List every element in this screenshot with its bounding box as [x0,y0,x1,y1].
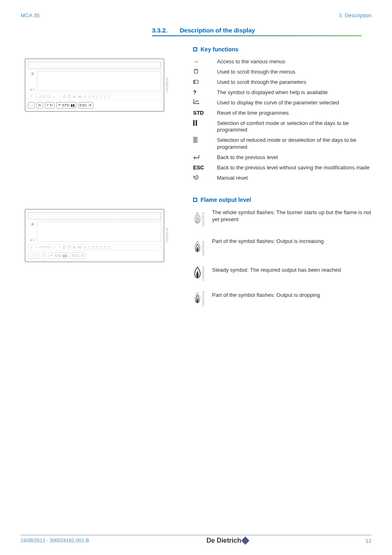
brand-text: De Dietrich [206,537,241,544]
key-symbol [193,137,208,144]
flame-code: C002703-A [202,291,205,306]
bullet-square-icon [193,47,197,51]
key-desc: Used to scroll through the parameters [217,79,374,86]
key-row: Back to the previous level [193,154,374,161]
diagram-scale [28,212,161,220]
diagram-key: ↶ STD ▮▮ [56,102,76,109]
key-desc: Back to the previous level [217,154,374,161]
diagram-key: ESC ↺ [78,102,93,109]
subheading-flame-output: Flame output level [193,197,371,203]
diagram-screen [37,222,161,242]
control-panel-diagram-2: ◉▮▯▯ ⇧ ⌂ AUTO ☼ ☽ ⊡ ⋂ ⊜ ⋈ ⊙ ▯ ▯ ▯ ▯ ▯ ▯ … [25,209,168,262]
svg-rect-2 [193,137,195,143]
brand-diamond-icon [241,536,249,545]
comfort-mode-icon [193,120,197,126]
key-desc: Selection of comfort mode or selection o… [217,120,374,134]
footer-date-doc: 24/08/2011 - 300024162-001-B [21,538,89,543]
reduced-mode-icon [193,137,197,143]
page-footer: 24/08/2011 - 300024162-001-B De Dietrich… [21,535,371,544]
diagram-body: ◉▮▯▯ ⇧ ⌂ AUTO ☼ ☽ ⊡ ⋂ ⊜ ⋈ ⊙ ▯ ▯ ▯ ▯ ▯ ▯ … [25,209,164,262]
key-symbol: ESC [193,164,208,171]
section-number: 3.3.2. [152,27,168,34]
key-row: Manual reset [193,175,374,182]
key-desc: Manual reset [217,175,374,182]
diagram-keys-row: → ? ↶ STD ▮▮ ESC ↺ [28,252,161,259]
key-symbol [193,154,208,160]
svg-rect-1 [196,120,197,126]
flame-row: C002705-A The whole symbol flashes: The … [193,209,374,227]
svg-rect-3 [196,137,197,143]
section-title: Description of the display [180,27,255,34]
key-desc: Reset of the time programmes [217,110,374,117]
key-row: Used to scroll through the menus [193,69,374,76]
key-symbol [193,79,208,86]
bullet-square-icon [193,198,197,202]
key-row: STDReset of the time programmes [193,110,374,117]
subheading-key-functions: Key functions [193,46,371,53]
key-symbol: ? [193,89,208,95]
flame-desc: Part of the symbol flashes: Output is in… [212,238,374,245]
diagram-code: C002701-B [166,228,168,243]
key-desc: Used to scroll through the menus [217,69,374,76]
svg-rect-0 [193,120,195,126]
diagram-key: → [28,102,35,109]
key-row: ?The symbol is displayed when help is av… [193,89,374,96]
key-symbol: → [193,58,208,65]
diagram-mid: ◉▮▯▯ [28,222,161,242]
key-symbol [193,120,208,127]
control-panel-diagram-1: ◉▮▯▯ ⇧ ⌂ AUTO ☼ ☽ ⊡ ⋂ ⊜ ⋈ ⊙ ▯ ▯ ▯ ▯ ▯ ▯ … [25,58,168,112]
diagram-key: ESC ↺ [70,252,85,259]
key-row: Selection of comfort mode or selection o… [193,120,374,134]
diagram-key: ? [42,252,47,259]
diagram-key: ↶ STD ▮▮ [48,252,69,259]
doc-model: MCA 35 [21,12,39,18]
key-desc: Back to the previous level without savin… [217,164,374,171]
key-desc: Access to the various menus [217,58,374,65]
flame-code: C002705-A [202,209,205,227]
key-row: Selection of reduced mode or deselection… [193,137,374,151]
flame-whole-flash-icon: C002705-A [193,209,205,227]
key-row: →Access to the various menus [193,58,374,65]
flame-code: C002703-A [202,266,205,281]
back-icon [193,154,200,159]
flame-dropping-icon: C002703-A [193,291,205,306]
flame-output-section: Flame output level ◉▮▯▯ ⇧ ⌂ AUTO ☼ ☽ ⊡ ⋂… [21,197,371,306]
section-heading: 3.3.2. Description of the display [152,27,371,34]
diagram-code: C002696-A [166,78,168,92]
scroll-menu-icon [193,69,199,74]
key-row: Used to scroll through the parameters [193,79,374,86]
key-desc: Used to display the curve of the paramet… [217,99,374,106]
diagram-key: ↻ [37,102,43,109]
flame-row: C002703-A Part of the symbol flashes: Ou… [193,291,374,306]
diagram-icon-row: ⇧ ⌂ AUTO ☼ ☽ ⊡ ⋂ ⊜ ⋈ ⊙ ▯ ▯ ▯ ▯ ▯ ▯ [28,93,161,100]
diagram-key: → [28,252,35,259]
key-symbol [193,175,208,181]
section-underline [152,35,362,36]
top-bar: MCA 35 3. Description [21,12,371,18]
manual-reset-icon [193,175,200,180]
diagram-body: ◉▮▯▯ ⇧ ⌂ AUTO ☼ ☽ ⊡ ⋂ ⊜ ⋈ ⊙ ▯ ▯ ▯ ▯ ▯ ▯ … [25,58,164,112]
scroll-params-icon [193,79,199,85]
key-row: ESCBack to the previous level without sa… [193,164,374,171]
key-desc: Selection of reduced mode or deselection… [217,137,374,151]
key-symbol [193,99,208,106]
key-row: Used to display the curve of the paramet… [193,99,374,106]
doc-section: 3. Description [339,12,371,18]
flame-steady-icon: C002703-A [193,266,205,281]
diagram-keys-row: → ↻ ? ↻ ↶ STD ▮▮ ESC ↺ [28,102,161,109]
diagram-icon-row: ⇧ ⌂ AUTO ☼ ☽ ⊡ ⋂ ⊜ ⋈ ⊙ ▯ ▯ ▯ ▯ ▯ ▯ [28,244,161,250]
subheading-text: Key functions [201,46,239,53]
diagram-mid: ◉▮▯▯ [28,71,161,91]
curve-icon [193,99,200,104]
diagram-key: ? ↻ [45,102,55,109]
diagram-key [37,252,40,259]
key-desc: The symbol is displayed when help is ava… [217,89,374,96]
diagram-left-icons: ◉▮▯▯ [28,71,37,91]
key-symbol [193,69,208,76]
flame-desc: Steady symbol: The required output has b… [212,266,374,274]
key-symbol: STD [193,110,208,116]
flame-code: C002704-A [202,238,205,256]
flame-desc: The whole symbol flashes: The burner sta… [212,209,374,223]
flame-descriptions: C002705-A The whole symbol flashes: The … [193,209,374,306]
svg-point-4 [196,177,197,178]
